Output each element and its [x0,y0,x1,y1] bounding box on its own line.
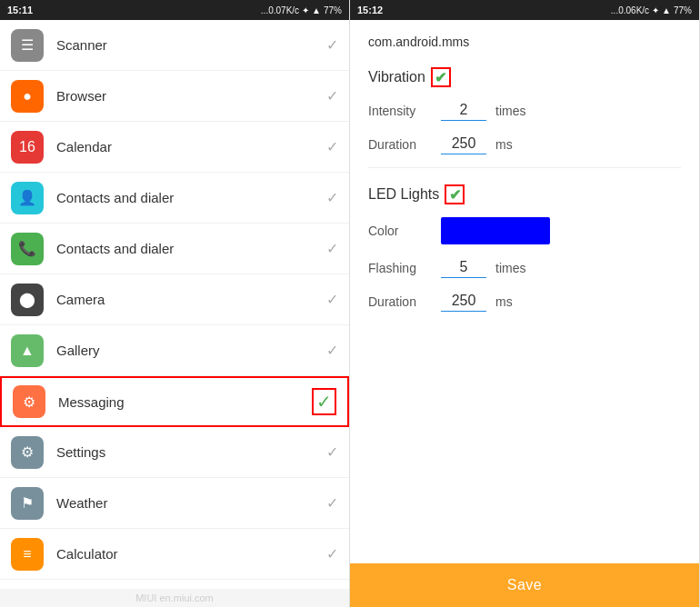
app-name-messaging: Messaging [58,394,312,410]
app-check-scanner: ✓ [326,36,338,54]
app-icon-scanner: ☰ [11,29,44,62]
app-icon-weather: ⚑ [11,487,44,520]
app-check-camera: ✓ [326,291,338,308]
section-divider [368,167,681,168]
vibration-duration-value[interactable]: 250 [441,134,486,154]
package-name: com.android.mms [368,35,681,49]
right-time: 15:12 [357,5,383,15]
app-check-contacts-dialer1: ✓ [326,189,338,206]
flashing-row: Flashing 5 times [368,257,681,278]
app-item-calculator[interactable]: ≡Calculator✓ [0,529,349,580]
save-button[interactable]: Save [350,563,699,607]
led-duration-label: Duration [368,294,432,309]
app-check-calculator: ✓ [326,545,338,562]
vibration-duration-label: Duration [368,137,432,152]
left-status-bar: 15:11 ...0.07K/c ✦ ▲ 77% [0,0,349,20]
right-network: ...0.06K/c [611,5,649,15]
vibration-duration-row: Duration 250 ms [368,134,681,154]
right-battery: 77% [674,5,692,15]
app-name-gallery: Gallery [56,343,326,358]
right-status-icons: ...0.06K/c ✦ ▲ 77% [611,5,692,15]
app-item-browser[interactable]: ●Browser✓ [0,71,349,122]
app-check-gallery: ✓ [326,342,338,359]
app-name-contacts-dialer1: Contacts and dialer [56,190,326,205]
app-name-browser: Browser [56,88,326,104]
app-item-weather[interactable]: ⚑Weather✓ [0,478,349,529]
app-icon-clock: ◷ [11,589,44,590]
right-content: com.android.mms Vibration ✔ Intensity 2 … [350,20,699,563]
vibration-checkbox[interactable]: ✔ [431,67,451,87]
flashing-label: Flashing [368,261,432,275]
app-item-messaging[interactable]: ⚙Messaging✓ [0,376,349,427]
left-panel: 15:11 ...0.07K/c ✦ ▲ 77% ☰Scanner✓●Brows… [0,0,350,607]
app-name-calculator: Calculator [56,546,326,562]
app-item-calendar[interactable]: 16Calendar✓ [0,122,349,173]
app-item-gallery[interactable]: ▲Gallery✓ [0,325,349,376]
left-network: ...0.07K/c [261,5,299,15]
left-wifi-icon: ▲ [312,5,321,15]
vibration-duration-unit: ms [495,137,513,152]
flashing-value[interactable]: 5 [441,257,486,278]
app-icon-contacts-dialer2: 📞 [11,233,44,265]
app-check-calendar: ✓ [326,138,338,155]
intensity-value[interactable]: 2 [441,100,486,121]
app-item-scanner[interactable]: ☰Scanner✓ [0,20,349,71]
app-icon-messaging: ⚙ [13,385,45,418]
intensity-unit: times [495,104,525,118]
color-row: Color [368,217,681,244]
app-item-settings[interactable]: ⚙Settings✓ [0,427,349,478]
app-icon-settings: ⚙ [11,436,44,469]
app-list: ☰Scanner✓●Browser✓16Calendar✓👤Contacts a… [0,20,349,589]
left-battery: 77% [324,5,342,15]
right-wifi-icon: ▲ [662,5,671,15]
app-check-contacts-dialer2: ✓ [326,240,338,257]
app-check-messaging: ✓ [312,388,336,415]
app-name-camera: Camera [56,292,326,307]
left-bluetooth-icon: ✦ [302,5,309,15]
flashing-unit: times [495,261,525,275]
intensity-label: Intensity [368,104,432,118]
app-item-contacts-dialer1[interactable]: 👤Contacts and dialer✓ [0,173,349,224]
vibration-section-title: Vibration ✔ [368,67,681,87]
left-time: 15:11 [7,5,33,15]
app-item-contacts-dialer2[interactable]: 📞Contacts and dialer✓ [0,224,349,274]
left-watermark: MIUI en.miui.com [0,589,349,607]
led-section-title: LED Lights ✔ [368,184,681,204]
app-name-settings: Settings [56,444,326,460]
app-icon-gallery: ▲ [11,334,44,367]
app-name-weather: Weather [56,495,326,511]
color-label: Color [368,224,432,238]
app-check-weather: ✓ [326,494,338,512]
app-icon-contacts-dialer1: 👤 [11,182,44,214]
intensity-row: Intensity 2 times [368,100,681,121]
right-status-bar: 15:12 ...0.06K/c ✦ ▲ 77% [350,0,699,20]
app-icon-calculator: ≡ [11,538,44,571]
app-check-settings: ✓ [326,443,338,461]
app-check-browser: ✓ [326,87,338,104]
app-item-clock[interactable]: ◷Clock✓ [0,580,349,589]
led-checkbox[interactable]: ✔ [445,184,465,204]
app-item-camera[interactable]: ⬤Camera✓ [0,274,349,325]
led-duration-unit: ms [495,294,513,309]
right-panel: 15:12 ...0.06K/c ✦ ▲ 77% com.android.mms… [350,0,700,607]
right-bluetooth-icon: ✦ [652,5,659,15]
app-icon-camera: ⬤ [11,284,44,316]
app-icon-browser: ● [11,80,44,113]
app-icon-calendar: 16 [11,131,44,164]
led-duration-row: Duration 250 ms [368,291,681,312]
app-name-scanner: Scanner [56,37,326,53]
app-name-calendar: Calendar [56,139,326,154]
app-name-contacts-dialer2: Contacts and dialer [56,241,326,256]
left-status-icons: ...0.07K/c ✦ ▲ 77% [261,5,342,15]
led-duration-value[interactable]: 250 [441,291,486,312]
color-swatch[interactable] [441,217,550,244]
